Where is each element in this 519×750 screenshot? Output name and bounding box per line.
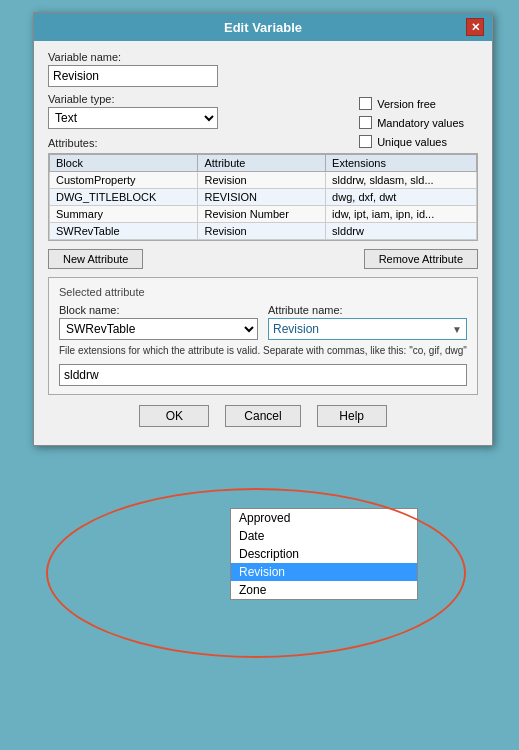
- table-cell-extensions: slddrw, sldasm, sld...: [326, 172, 477, 189]
- dropdown-item[interactable]: Revision: [231, 563, 417, 581]
- attributes-table-container: Block Attribute Extensions CustomPropert…: [48, 153, 478, 241]
- variable-name-row: Variable name:: [48, 51, 478, 87]
- block-name-label: Block name:: [59, 304, 258, 316]
- table-cell-block: DWG_TITLEBLOCK: [50, 189, 198, 206]
- attribute-name-value: Revision: [273, 322, 319, 336]
- variable-type-select[interactable]: Text: [48, 107, 218, 129]
- remove-attribute-button[interactable]: Remove Attribute: [364, 249, 478, 269]
- table-cell-extensions: slddrw: [326, 223, 477, 240]
- bottom-buttons-row: OK Cancel Help: [48, 405, 478, 427]
- col-attribute: Attribute: [198, 155, 326, 172]
- attribute-name-select-display[interactable]: Revision ▼: [268, 318, 467, 340]
- unique-values-label: Unique values: [377, 136, 447, 148]
- version-free-row: Version free: [359, 97, 464, 110]
- extensions-input[interactable]: [59, 364, 467, 386]
- dialog-titlebar: Edit Variable ✕: [34, 13, 492, 41]
- ok-button[interactable]: OK: [139, 405, 209, 427]
- dropdown-item[interactable]: Description: [231, 545, 417, 563]
- dropdown-arrow-icon: ▼: [452, 324, 462, 335]
- col-extensions: Extensions: [326, 155, 477, 172]
- selected-attribute-title: Selected attribute: [59, 286, 467, 298]
- table-row[interactable]: SummaryRevision Numberidw, ipt, iam, ipn…: [50, 206, 477, 223]
- dropdown-item[interactable]: Approved: [231, 509, 417, 527]
- table-cell-block: Summary: [50, 206, 198, 223]
- table-cell-block: CustomProperty: [50, 172, 198, 189]
- col-block: Block: [50, 155, 198, 172]
- variable-name-input[interactable]: [48, 65, 218, 87]
- dropdown-item[interactable]: Zone: [231, 581, 417, 599]
- attribute-name-col: Attribute name: Revision ▼: [268, 304, 467, 340]
- mandatory-values-checkbox[interactable]: [359, 116, 372, 129]
- variable-name-label: Variable name:: [48, 51, 478, 63]
- unique-values-row: Unique values: [359, 135, 464, 148]
- dropdown-item[interactable]: Date: [231, 527, 417, 545]
- table-cell-extensions: idw, ipt, iam, ipn, id...: [326, 206, 477, 223]
- attribute-name-label: Attribute name:: [268, 304, 467, 316]
- dialog-title: Edit Variable: [60, 20, 466, 35]
- block-name-col: Block name: SWRevTable: [59, 304, 258, 340]
- table-row[interactable]: SWRevTableRevisionslddrw: [50, 223, 477, 240]
- table-cell-extensions: dwg, dxf, dwt: [326, 189, 477, 206]
- unique-values-checkbox[interactable]: [359, 135, 372, 148]
- attributes-table: Block Attribute Extensions CustomPropert…: [49, 154, 477, 240]
- table-row[interactable]: DWG_TITLEBLOCKREVISIONdwg, dxf, dwt: [50, 189, 477, 206]
- mandatory-values-row: Mandatory values: [359, 116, 464, 129]
- close-button[interactable]: ✕: [466, 18, 484, 36]
- edit-variable-dialog: Edit Variable ✕ Variable name: Variable …: [33, 12, 493, 446]
- table-cell-block: SWRevTable: [50, 223, 198, 240]
- cancel-button[interactable]: Cancel: [225, 405, 300, 427]
- version-free-checkbox[interactable]: [359, 97, 372, 110]
- extensions-desc: File extensions for which the attribute …: [59, 344, 467, 358]
- table-cell-attribute: Revision: [198, 172, 326, 189]
- table-cell-attribute: Revision: [198, 223, 326, 240]
- version-free-label: Version free: [377, 98, 436, 110]
- selected-attribute-section: Selected attribute Block name: SWRevTabl…: [48, 277, 478, 395]
- help-button[interactable]: Help: [317, 405, 387, 427]
- dialog-body: Variable name: Variable type: Text Versi…: [34, 41, 492, 445]
- mandatory-values-label: Mandatory values: [377, 117, 464, 129]
- block-name-select[interactable]: SWRevTable: [59, 318, 258, 340]
- table-cell-attribute: Revision Number: [198, 206, 326, 223]
- table-cell-attribute: REVISION: [198, 189, 326, 206]
- new-attribute-button[interactable]: New Attribute: [48, 249, 143, 269]
- block-attr-row: Block name: SWRevTable Attribute name: R…: [59, 304, 467, 340]
- attribute-buttons-row: New Attribute Remove Attribute: [48, 249, 478, 269]
- table-row[interactable]: CustomPropertyRevisionslddrw, sldasm, sl…: [50, 172, 477, 189]
- checkboxes-area: Version free Mandatory values Unique val…: [359, 97, 464, 148]
- attribute-name-dropdown: ApprovedDateDescriptionRevisionZone: [230, 508, 418, 600]
